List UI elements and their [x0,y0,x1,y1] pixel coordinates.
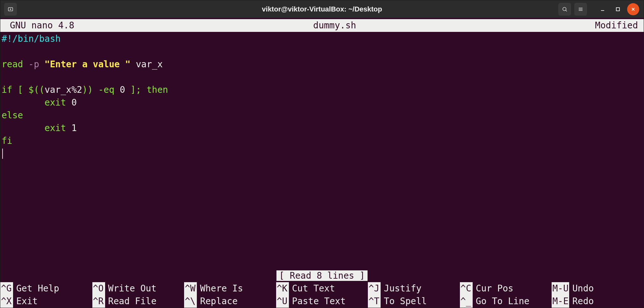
nano-status: Modified [595,19,642,32]
code-cond1: [ $(( [12,84,45,95]
titlebar: viktor@viktor-VirtualBox: ~/Desktop [0,0,644,18]
code-cond2: var_x%2 [45,84,82,95]
code-if: if [2,84,12,95]
code-zero: 0 [120,84,125,95]
shortcut-justify: ^JJustify [368,282,460,295]
maximize-button[interactable] [612,3,624,15]
shortcut-paste-text: ^UPaste Text [276,295,368,308]
shortcut-to-spell: ^TTo Spell [368,295,460,308]
code-shebang: #!/bin/bash [2,33,61,44]
code-fi: fi [2,136,12,146]
code-then: then [147,84,168,95]
shortcut-redo: M-ERedo [552,295,644,308]
close-button[interactable] [627,3,639,15]
shortcut-go-to-line: ^_Go To Line [460,295,552,308]
shortcut-cur-pos: ^CCur Pos [460,282,552,295]
nano-message: [ Read 8 lines ] [276,270,368,281]
code-val0: 0 [66,97,77,108]
svg-rect-9 [616,8,619,11]
nano-message-row: [ Read 8 lines ] [0,269,644,282]
svg-point-3 [563,7,566,11]
code-string: "Enter a value " [39,59,131,70]
nano-header: GNU nano 4.8 dummy.sh Modified [0,19,644,32]
nano-filename: dummy.sh [74,19,595,32]
shortcut-cut-text: ^KCut Text [276,282,368,295]
menu-button[interactable] [574,3,587,16]
shortcut-read-file: ^RRead File [92,295,184,308]
editor-content[interactable]: #!/bin/bash read -p "Enter a value " var… [0,33,644,160]
search-button[interactable] [558,3,571,16]
code-cond3: )) -eq [82,84,120,95]
code-val1: 1 [66,123,77,133]
code-var: var_x [131,59,163,70]
minimize-button[interactable] [597,3,609,15]
window-title: viktor@viktor-VirtualBox: ~/Desktop [0,5,644,13]
shortcut-exit: ^XExit [0,295,92,308]
shortcut-get-help: ^GGet Help [0,282,92,295]
code-cond4: ]; [125,84,147,95]
shortcut-write-out: ^OWrite Out [92,282,184,295]
text-cursor [2,149,3,159]
nano-version: GNU nano 4.8 [2,19,74,32]
code-flag: -p [23,59,39,70]
shortcut-replace: ^\Replace [184,295,276,308]
shortcut-where-is: ^WWhere Is [184,282,276,295]
shortcut-bar: ^GGet Help ^OWrite Out ^WWhere Is ^KCut … [0,282,644,308]
terminal-area[interactable]: GNU nano 4.8 dummy.sh Modified #!/bin/ba… [0,18,644,308]
new-tab-button[interactable] [4,3,17,16]
code-read: read [2,59,23,70]
code-exit1: exit [2,123,66,133]
code-exit0: exit [2,97,66,108]
shortcut-undo: M-UUndo [552,282,644,295]
code-else: else [2,110,23,121]
svg-line-4 [566,10,567,11]
